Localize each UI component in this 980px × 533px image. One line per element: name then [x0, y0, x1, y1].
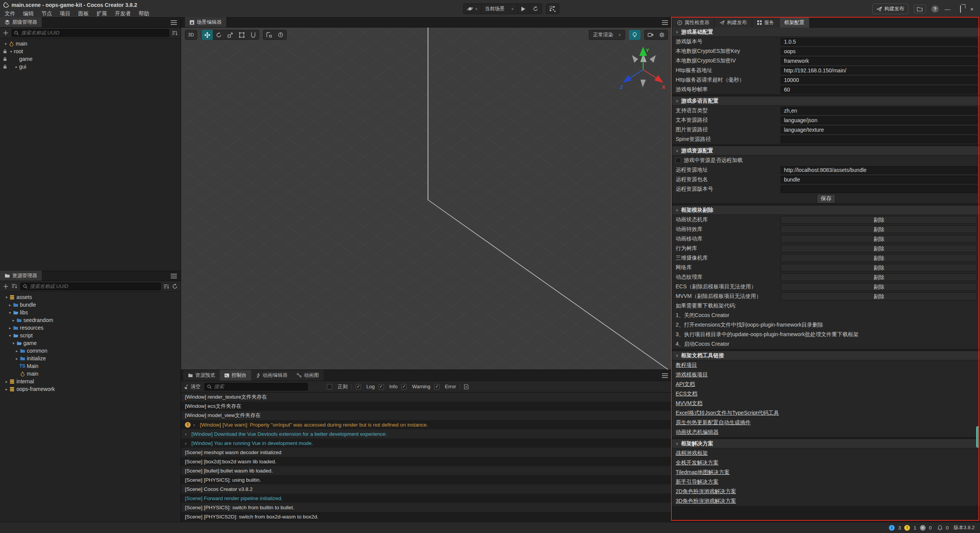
link-guide-solution[interactable]: 新手引导解决方案 [676, 479, 719, 486]
add-asset-button[interactable] [3, 284, 8, 289]
asset-node-bundle[interactable]: ▸ bundle [0, 301, 181, 309]
trim-effect-button[interactable]: 剔除 [781, 226, 977, 233]
expand-arrow-icon[interactable]: ▸ [7, 303, 13, 307]
link-excel-tool[interactable]: Excel格式转Json文件与TypeScript代码工具 [676, 410, 779, 417]
languages-input[interactable]: zh,en [781, 107, 977, 114]
fps-input[interactable]: 60 [781, 86, 977, 93]
scene-selector[interactable]: 当前场景 ∨ [482, 4, 518, 14]
section-header[interactable]: ∨ 游戏基础配置 [672, 28, 980, 37]
sort-icon[interactable] [11, 284, 17, 289]
crypto-key-input[interactable]: oops [781, 47, 977, 55]
platform-select[interactable]: ∨ [464, 4, 482, 14]
expand-arrow-icon[interactable]: ▸ [14, 65, 19, 69]
filter-log-checkbox[interactable] [356, 384, 361, 389]
text-path-input[interactable]: language/json [781, 116, 977, 124]
log-row[interactable]: [Scene] [bullet]:bullet wasm lib loaded. [181, 466, 672, 475]
link-tiledmap-solution[interactable]: Tiledmap地图解决方案 [676, 469, 730, 476]
log-row-info[interactable]: [Scene] Forward render pipeline initiali… [181, 494, 672, 503]
asset-node-resources[interactable]: ▸ resources [0, 324, 181, 332]
log-row-warning[interactable]: ! › [Window] [Vue warn]: Property "onInp… [181, 420, 672, 429]
log-row[interactable]: [Scene] Cocos Creator v3.8.2 [181, 484, 672, 494]
link-tutorial-project[interactable]: 教程项目 [676, 362, 697, 369]
link-mvvm-docs[interactable]: MVVM文档 [676, 400, 702, 407]
log-row[interactable]: [Scene] [PHYSICS]: using builtin. [181, 475, 672, 484]
dimension-toggle[interactable]: 3D [185, 30, 197, 40]
expand-arrow-icon[interactable]: ▾ [11, 341, 16, 345]
menu-edit[interactable]: 编辑 [21, 10, 35, 17]
hierarchy-search-input[interactable]: 搜索名称或 UUID [11, 29, 169, 37]
restore-button[interactable] [956, 6, 963, 12]
assets-menu-icon[interactable] [171, 274, 177, 278]
warning-badge-icon[interactable]: ! [904, 525, 910, 531]
scene-settings-gear-icon[interactable] [656, 30, 668, 40]
section-header[interactable]: ∨ 游戏多语言配置 [672, 96, 980, 106]
asset-node-main-ts[interactable]: TS Main [0, 362, 181, 370]
link-ecs-docs[interactable]: ECS文档 [676, 391, 697, 397]
filter-error-checkbox[interactable] [434, 384, 439, 389]
save-button[interactable]: 保存 [817, 194, 835, 203]
link-wargame-framework[interactable]: 战棋游戏框架 [676, 450, 708, 457]
console-menu-icon[interactable] [662, 373, 668, 378]
link-api-docs[interactable]: API文档 [676, 381, 695, 388]
scene-camera-icon[interactable] [645, 30, 656, 40]
menu-extension[interactable]: 扩展 [95, 10, 109, 17]
tab-asset-preview[interactable]: 资源预览 [183, 370, 220, 381]
expand-arrow-icon[interactable]: ▾ [8, 49, 14, 54]
asset-node-oops-framework[interactable]: ▸ oops-framework [0, 385, 181, 393]
http-server-input[interactable]: http://192.168.0.150/main/ [781, 67, 977, 74]
qr-preview-button[interactable] [546, 4, 559, 14]
info-badge-icon[interactable]: i [889, 525, 895, 531]
remote-url-input[interactable]: http://localhost:8083/assets/bundle [781, 166, 977, 174]
link-fullstack-solution[interactable]: 全栈开发解决方案 [676, 459, 719, 466]
section-header[interactable]: ∨ 框架模块剔除 [672, 206, 980, 215]
expand-arrow-icon[interactable]: ▾ [3, 42, 8, 46]
menu-node[interactable]: 节点 [40, 10, 54, 17]
tab-animation-graph[interactable]: 动画图 [292, 370, 323, 381]
bell-icon[interactable] [938, 525, 942, 530]
asset-node-main-scene[interactable]: main [0, 370, 181, 378]
menu-project[interactable]: 项目 [58, 10, 72, 17]
open-project-folder-button[interactable] [914, 5, 926, 13]
log-row[interactable]: [Scene] [box2d]:box2d wasm lib loaded. [181, 457, 672, 466]
menu-developer[interactable]: 开发者 [113, 10, 132, 17]
link-template-project[interactable]: 游戏模板项目 [676, 371, 708, 378]
filter-icon[interactable] [172, 31, 178, 35]
hierarchy-menu-icon[interactable] [171, 20, 177, 25]
remote-load-checkbox[interactable] [676, 158, 681, 163]
build-publish-button[interactable]: 构建发布 [872, 3, 908, 14]
trim-ecs-button[interactable]: 剔除 [781, 283, 977, 291]
link-3d-rpg-solution[interactable]: 3D角色扮演游戏解决方案 [676, 498, 736, 505]
log-row[interactable]: [Scene] meshopt wasm decoder initialized [181, 448, 672, 457]
help-button[interactable]: ? [931, 5, 939, 13]
tab-build-publish[interactable]: 构建发布 [715, 18, 752, 28]
hierarchy-node-gui[interactable]: ▸ gui [0, 63, 181, 70]
tab-assets[interactable]: 资源管理器 [0, 271, 42, 281]
expand-arrow-icon[interactable]: ▾ [4, 295, 9, 299]
tab-framework-config[interactable]: 框架配置 [779, 18, 810, 28]
section-header[interactable]: ∨ 游戏资源配置 [672, 146, 980, 155]
expand-arrow-icon[interactable]: ▸ [7, 326, 13, 330]
crypto-iv-input[interactable]: framework [781, 57, 977, 65]
error-badge-icon[interactable]: × [920, 525, 926, 531]
link-2d-rpg-solution[interactable]: 2D角色扮演游戏解决方案 [676, 488, 736, 495]
log-row[interactable]: [Window] ecs文件夹存在 [181, 402, 672, 411]
inspector-scrollbar-thumb[interactable] [976, 426, 979, 448]
play-button[interactable] [518, 4, 529, 14]
scale-tool-button[interactable] [224, 30, 236, 40]
clear-console-button[interactable]: 清空 [184, 383, 201, 390]
lighting-toggle-button[interactable] [629, 30, 640, 40]
http-timeout-input[interactable]: 10000 [781, 76, 977, 84]
render-mode-select[interactable]: 正常渲染 ∨ [589, 30, 625, 40]
tab-hierarchy[interactable]: 层级管理器 [0, 17, 42, 27]
asset-node-script[interactable]: ▾ script [0, 332, 181, 339]
game-version-input[interactable]: 1.0.5 [781, 38, 977, 46]
remote-bundle-input[interactable]: bundle [781, 176, 977, 183]
tab-property-inspector[interactable]: 属性检查器 [672, 18, 715, 28]
expand-log-icon[interactable]: › [193, 422, 197, 428]
hierarchy-node-root[interactable]: ▾ root [0, 47, 181, 55]
log-row[interactable]: [Window] model_view文件夹存在 [181, 411, 672, 420]
log-row[interactable]: [Scene] [PHYSICS2D]: switch from box2d-w… [181, 512, 672, 521]
rotate-tool-button[interactable] [213, 30, 224, 40]
minimize-button[interactable]: — [944, 6, 951, 12]
pivot-mode-button[interactable] [275, 30, 286, 40]
